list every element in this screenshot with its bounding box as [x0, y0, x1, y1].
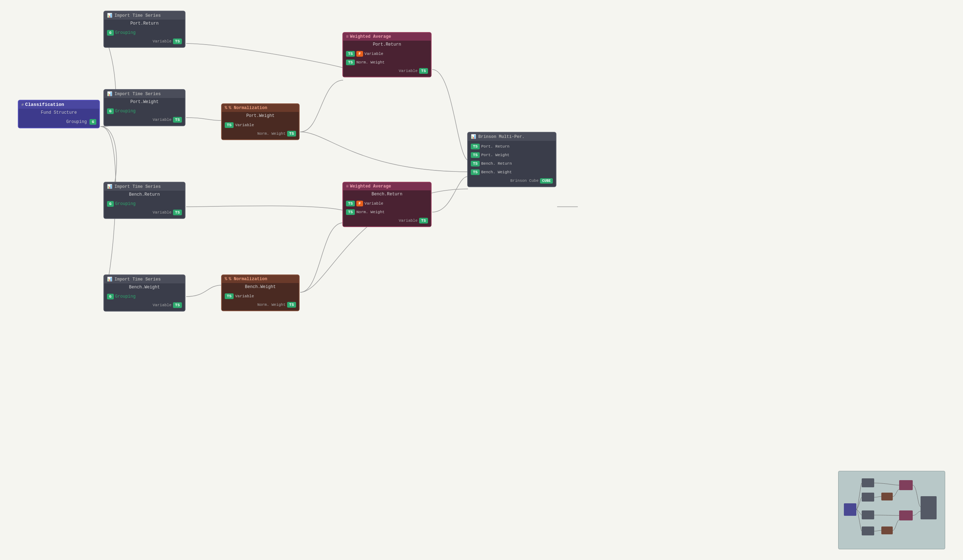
import1-g-badge: G [107, 30, 114, 36]
svg-rect-6 [881, 526, 893, 534]
import1-ts-badge: TS [173, 39, 182, 44]
norm2-ts-in: TS [225, 293, 233, 299]
brinson-node: 📊 Brinson Multi-Per. TS Port. Return TS … [467, 132, 556, 187]
import2-header: 📊 Import Time Series [104, 90, 185, 98]
norm1-header: % % Normalization [222, 104, 299, 112]
svg-rect-8 [899, 510, 913, 520]
import-bench-return-node: 📊 Import Time Series Bench.Return G Grou… [104, 182, 185, 219]
norm2-header: % % Normalization [222, 275, 299, 283]
classification-grouping-row: Grouping G [19, 118, 99, 126]
wavg1-header: ≡ Weighted Average [343, 33, 431, 40]
wavg2-header: ≡ Weighted Average [343, 183, 431, 190]
classification-subtitle: Fund Structure [19, 109, 99, 116]
wavg2-ts-in2: TS [346, 209, 355, 215]
wavg1-ts-in1: TS [346, 51, 355, 57]
svg-rect-0 [844, 503, 856, 516]
wavg2-f-badge: F [356, 201, 363, 206]
classification-g-badge: G [89, 119, 96, 125]
svg-rect-3 [862, 510, 874, 520]
classification-header: # Classification [19, 100, 99, 109]
classification-title: Classification [25, 102, 64, 107]
brinson-ts3: TS [471, 161, 480, 167]
import4-ts-badge: TS [173, 302, 182, 308]
import4-header: 📊 Import Time Series [104, 275, 185, 283]
svg-rect-7 [899, 480, 913, 490]
svg-rect-1 [862, 478, 874, 487]
import2-g-badge: G [107, 108, 114, 114]
wavg-port-return-node: ≡ Weighted Average Port.Return TS F Vari… [342, 32, 431, 77]
import3-ts-badge: TS [173, 210, 182, 215]
import2-ts-badge: TS [173, 117, 182, 123]
svg-rect-9 [921, 496, 937, 520]
norm-bench-weight-node: % % Normalization Bench.Weight TS Variab… [221, 275, 300, 311]
norm1-ts-in: TS [225, 122, 233, 128]
svg-rect-5 [881, 493, 893, 500]
brinson-ts2: TS [471, 152, 480, 158]
brinson-ts1: TS [471, 144, 480, 149]
svg-rect-4 [862, 526, 874, 536]
import4-g-badge: G [107, 294, 114, 299]
norm2-ts-out: TS [287, 302, 296, 308]
brinson-cube-badge: CUBE [540, 178, 553, 184]
minimap-svg [838, 471, 945, 549]
import-port-weight-node: 📊 Import Time Series Port.Weight G Group… [104, 89, 185, 126]
canvas: # Classification Fund Structure Grouping… [0, 0, 963, 560]
wavg2-ts-in1: TS [346, 201, 355, 206]
import-bench-weight-node: 📊 Import Time Series Bench.Weight G Grou… [104, 275, 185, 312]
classification-grouping-label: Grouping [66, 120, 87, 125]
norm1-ts-out: TS [287, 131, 296, 136]
brinson-ts4: TS [471, 169, 480, 175]
wavg1-ts-in2: TS [346, 60, 355, 65]
import3-header: 📊 Import Time Series [104, 183, 185, 191]
svg-rect-2 [862, 493, 874, 502]
import1-header: 📊 Import Time Series [104, 11, 185, 19]
wavg2-ts-out: TS [419, 218, 428, 223]
wavg1-f-badge: F [356, 51, 363, 57]
minimap [838, 471, 945, 549]
classification-node: # Classification Fund Structure Grouping… [18, 100, 100, 128]
import3-g-badge: G [107, 201, 114, 207]
import-port-return-node: 📊 Import Time Series Port.Return G Group… [104, 11, 185, 48]
norm-port-weight-node: % % Normalization Port.Weight TS Variabl… [221, 104, 300, 140]
brinson-header: 📊 Brinson Multi-Per. [468, 133, 556, 141]
wavg1-ts-out: TS [419, 68, 428, 74]
wavg-bench-return-node: ≡ Weighted Average Bench.Return TS F Var… [342, 182, 431, 227]
